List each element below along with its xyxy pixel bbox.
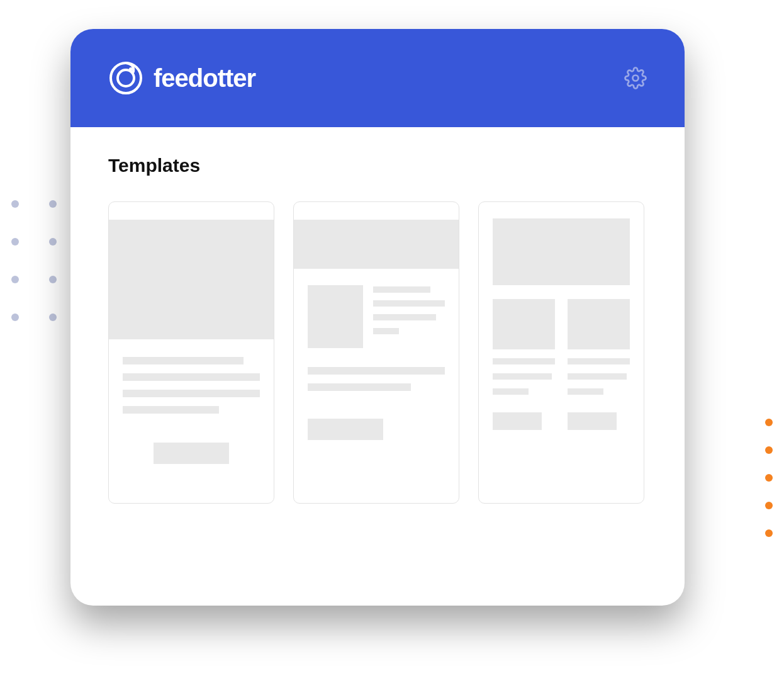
- svg-point-0: [111, 63, 141, 93]
- placeholder-line: [373, 328, 399, 334]
- placeholder-line: [373, 314, 436, 320]
- brand-logo: feedotter: [108, 60, 255, 96]
- placeholder-image: [493, 299, 555, 349]
- placeholder-button: [493, 412, 542, 430]
- template-card-3[interactable]: [478, 201, 644, 504]
- decorative-dots-right: [765, 419, 773, 537]
- template-card-1[interactable]: [108, 201, 274, 504]
- placeholder-button: [308, 419, 383, 440]
- template-hero-placeholder: [493, 218, 630, 285]
- placeholder-line: [308, 383, 411, 391]
- gear-icon[interactable]: [624, 67, 647, 89]
- placeholder-line: [123, 373, 260, 381]
- placeholder-button: [568, 412, 617, 430]
- page-title: Templates: [108, 155, 647, 176]
- placeholder-line: [123, 406, 219, 414]
- placeholder-line: [493, 373, 552, 380]
- placeholder-image: [308, 285, 363, 348]
- placeholder-line: [373, 286, 430, 293]
- feedotter-logo-icon: [108, 60, 143, 96]
- placeholder-line: [123, 357, 244, 364]
- placeholder-line: [568, 373, 627, 380]
- placeholder-line: [493, 358, 555, 364]
- placeholder-line: [373, 300, 445, 307]
- placeholder-image: [568, 299, 630, 349]
- svg-point-2: [129, 67, 133, 71]
- app-window: feedotter Templates: [70, 29, 685, 606]
- template-banner-placeholder: [294, 220, 459, 269]
- app-header: feedotter: [70, 29, 685, 127]
- placeholder-button: [154, 443, 229, 464]
- placeholder-line: [568, 358, 630, 364]
- template-card-2[interactable]: [293, 201, 459, 504]
- svg-point-3: [633, 76, 639, 81]
- brand-name: feedotter: [154, 64, 255, 93]
- templates-grid: [108, 201, 647, 504]
- svg-point-1: [118, 70, 134, 86]
- placeholder-line: [493, 388, 529, 395]
- main-content: Templates: [70, 127, 685, 531]
- placeholder-line: [308, 367, 445, 375]
- placeholder-line: [123, 390, 260, 397]
- placeholder-line: [568, 388, 603, 395]
- template-hero-placeholder: [109, 220, 274, 339]
